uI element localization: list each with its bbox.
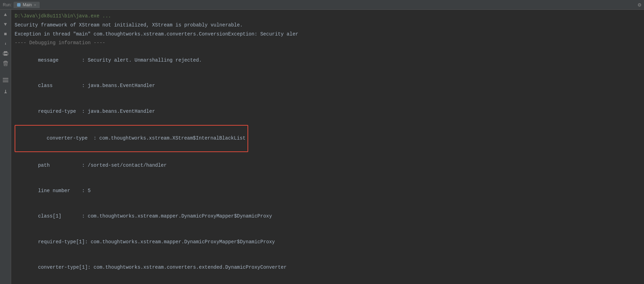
kv-value: com.thoughtworks.xstream.mapper.DynamicP… <box>91 239 275 245</box>
gear-icon[interactable]: ⚙ <box>638 1 641 8</box>
kv-value: /sorted-set/contact/handler <box>88 163 167 168</box>
kv-colon: : <box>85 239 91 245</box>
svg-rect-3 <box>4 53 5 54</box>
tab-icon <box>17 3 21 7</box>
console-kv-converter-type-highlighted: converter-type : com.thoughtworks.xstrea… <box>11 124 644 152</box>
highlighted-key: converter-type <box>47 135 91 141</box>
kv-colon: : <box>82 57 88 63</box>
main-content: ▲ ▼ ■ ⬇ <box>0 10 644 284</box>
console-kv-class2: class[2] : java.util.TreeSet <box>11 281 644 284</box>
kv-colon: : <box>88 265 94 270</box>
highlighted-content: converter-type : com.thoughtworks.xstrea… <box>15 125 248 152</box>
kv-key: required-type <box>38 109 82 114</box>
console-panel[interactable]: D:\Java\jdk8u111\bin\java.exe ... Securi… <box>11 10 644 284</box>
svg-rect-10 <box>3 80 8 80</box>
kv-value: com.thoughtworks.xstream.mapper.DynamicP… <box>88 213 272 219</box>
kv-value: java.beans.EventHandler <box>88 83 155 88</box>
console-kv-class1: class[1] : com.thoughtworks.xstream.mapp… <box>11 204 644 229</box>
kv-key: path <box>38 163 82 168</box>
kv-key: message <box>38 57 82 63</box>
kv-key: class[1] <box>38 213 82 219</box>
console-kv-path: path : /sorted-set/contact/handler <box>11 153 644 178</box>
tab-close-button[interactable]: × <box>34 3 36 7</box>
run-tab[interactable]: Main × <box>14 2 39 8</box>
svg-rect-5 <box>5 61 7 62</box>
svg-rect-2 <box>4 54 7 56</box>
console-kv-converter-type1: converter-type[1]: com.thoughtworks.xstr… <box>11 255 644 280</box>
console-line-debug-header: ---- Debugging information ---- <box>11 39 644 48</box>
kv-value: java.beans.EventHandler <box>88 109 155 114</box>
console-kv-class: class : java.beans.EventHandler <box>11 73 644 99</box>
console-line-path: D:\Java\jdk8u111\bin\java.exe ... <box>11 12 644 21</box>
run-label: Run: <box>3 2 11 7</box>
ide-window: Run: Main × ⚙ ▲ ▼ ■ ⬇ <box>0 0 644 284</box>
kv-value: 5 <box>88 188 91 194</box>
left-sidebar: ▲ ▼ ■ ⬇ <box>0 10 11 284</box>
kv-colon: : <box>82 109 88 114</box>
kv-value: Security alert. Unmarshalling rejected. <box>88 57 202 63</box>
kv-colon: : <box>82 163 88 168</box>
kv-value: com.thoughtworks.xstream.converters.exte… <box>94 265 287 270</box>
kv-key: class <box>38 83 82 88</box>
pin-icon[interactable] <box>1 89 10 96</box>
console-kv-required-type1: required-type[1]: com.thoughtworks.xstre… <box>11 229 644 255</box>
console-kv-required-type: required-type : java.beans.EventHandler <box>11 99 644 124</box>
list-icon[interactable] <box>1 77 10 84</box>
svg-rect-9 <box>3 78 8 79</box>
highlighted-value: com.thoughtworks.xstream.XStream$Interna… <box>99 135 245 141</box>
kv-key: converter-type[1] <box>38 265 88 270</box>
rerun-icon[interactable]: ⬇ <box>1 40 10 47</box>
console-line-warning: Security framework of XStream not initia… <box>11 21 644 30</box>
kv-colon: : <box>82 213 88 219</box>
kv-key: line number <box>38 188 82 194</box>
kv-colon: : <box>82 83 88 88</box>
kv-key: required-type[1] <box>38 239 85 245</box>
arrow-down-icon[interactable]: ▼ <box>1 21 10 28</box>
arrow-up-icon[interactable]: ▲ <box>1 11 10 18</box>
console-kv-message: message : Security alert. Unmarshalling … <box>11 48 644 73</box>
print-icon[interactable] <box>1 50 10 57</box>
tab-label: Main <box>23 2 32 7</box>
stop-icon[interactable]: ■ <box>1 31 10 38</box>
svg-rect-11 <box>3 81 8 82</box>
console-line-exception: Exception in thread "main" com.thoughtwo… <box>11 30 644 39</box>
kv-colon: : <box>82 188 88 194</box>
trash-icon[interactable] <box>1 60 10 67</box>
top-bar: Run: Main × ⚙ <box>0 0 644 10</box>
highlighted-colon: : <box>91 135 99 141</box>
console-kv-line-number: line number : 5 <box>11 178 644 204</box>
